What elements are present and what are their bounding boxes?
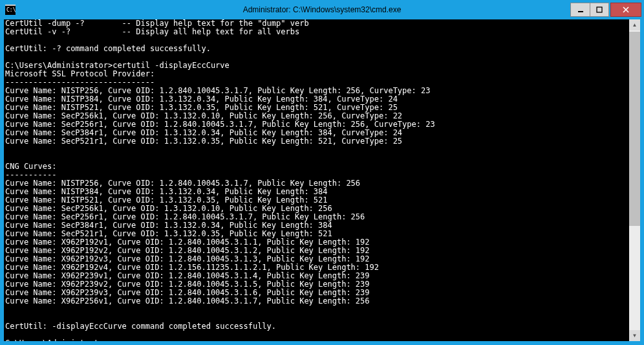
cmd-window: C:\ Administrator: C:\Windows\system32\c… [0,0,644,345]
title-bar[interactable]: C:\ Administrator: C:\Windows\system32\c… [0,0,644,19]
client-area: CertUtil -dump -? -- Display help text f… [4,19,640,341]
chevron-down-icon: ▼ [632,333,638,339]
svg-rect-4 [597,7,602,12]
scroll-down-button[interactable]: ▼ [629,330,640,341]
close-button[interactable] [610,3,641,17]
svg-text:C:\: C:\ [6,7,16,13]
scroll-up-button[interactable]: ▲ [629,19,640,30]
svg-rect-1 [5,5,16,6]
scroll-thumb[interactable] [629,32,640,226]
minimize-button[interactable] [570,3,590,17]
vertical-scrollbar[interactable]: ▲ ▼ [629,19,640,341]
app-icon: C:\ [5,5,16,15]
chevron-up-icon: ▲ [632,22,638,28]
maximize-icon [596,6,603,13]
svg-rect-3 [578,11,583,12]
window-controls [570,3,641,17]
close-icon [622,6,630,13]
window-title: Administrator: C:\Windows\system32\cmd.e… [0,5,644,14]
console-output[interactable]: CertUtil -dump -? -- Display help text f… [4,19,629,341]
minimize-icon [577,6,584,13]
scroll-track[interactable] [629,30,640,330]
maximize-button[interactable] [590,3,609,17]
